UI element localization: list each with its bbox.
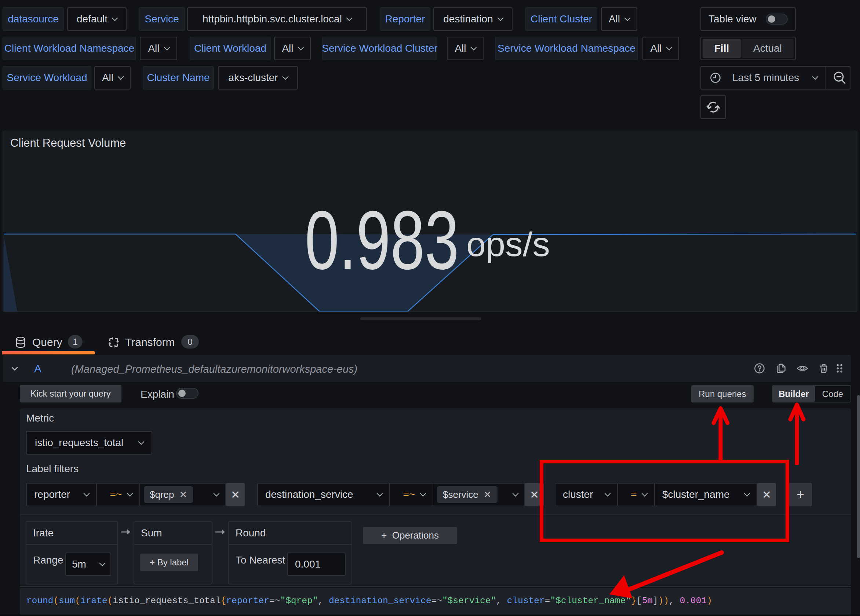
- svg-text:ops/s: ops/s: [466, 226, 550, 263]
- svg-text:0.983: 0.983: [305, 194, 459, 287]
